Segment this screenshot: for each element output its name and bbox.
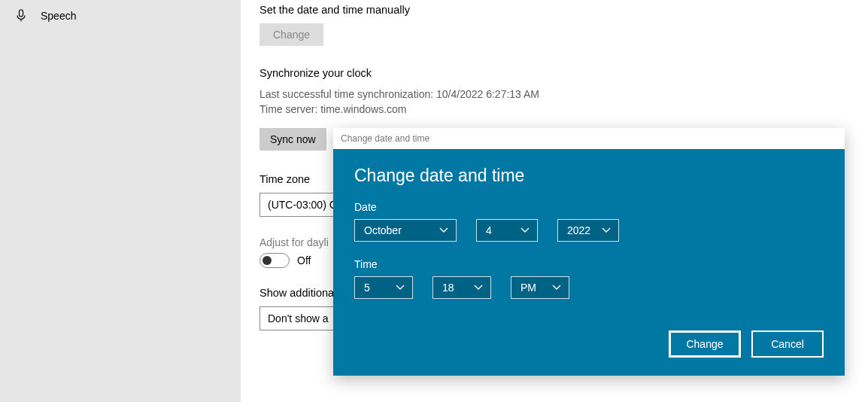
minute-value: 18 <box>442 282 454 294</box>
ampm-value: PM <box>520 282 536 294</box>
day-select[interactable]: 4 <box>476 219 538 242</box>
minute-select[interactable]: 18 <box>432 276 491 299</box>
time-server-text: Time server: time.windows.com <box>259 102 861 117</box>
hour-select[interactable]: 5 <box>354 276 413 299</box>
dialog-body: Change date and time Date October 4 2022 <box>333 149 845 376</box>
ampm-select[interactable]: PM <box>511 276 569 299</box>
chevron-down-icon <box>474 285 483 291</box>
settings-sidebar: Speech <box>0 0 241 402</box>
chevron-down-icon <box>552 285 561 291</box>
sync-title: Synchronize your clock <box>259 67 861 79</box>
dialog-titlebar: Change date and time <box>333 128 845 149</box>
microphone-icon <box>15 9 27 23</box>
dialog-cancel-button[interactable]: Cancel <box>751 330 824 358</box>
chevron-down-icon <box>602 227 611 233</box>
day-value: 4 <box>486 224 492 236</box>
year-select[interactable]: 2022 <box>557 219 619 242</box>
svg-rect-0 <box>20 10 23 17</box>
toggle-knob <box>263 256 272 265</box>
dialog-header: Change date and time <box>354 166 824 186</box>
dialog-change-button[interactable]: Change <box>669 330 741 358</box>
timezone-value: (UTC-03:00) C <box>268 199 337 211</box>
chevron-down-icon <box>396 285 405 291</box>
sidebar-item-speech[interactable]: Speech <box>0 0 241 32</box>
year-value: 2022 <box>567 224 590 236</box>
manual-time-title: Set the date and time manually <box>259 4 861 16</box>
chevron-down-icon <box>520 227 530 233</box>
month-value: October <box>364 224 402 236</box>
hour-value: 5 <box>364 282 370 294</box>
time-label: Time <box>354 258 824 270</box>
date-label: Date <box>354 201 824 213</box>
additional-clocks-value: Don't show a <box>268 312 329 324</box>
change-date-time-dialog: Change date and time Change date and tim… <box>333 128 845 376</box>
dst-toggle[interactable] <box>259 253 290 268</box>
sync-now-button[interactable]: Sync now <box>259 128 326 151</box>
month-select[interactable]: October <box>354 219 457 242</box>
last-sync-text: Last successful time synchronization: 10… <box>259 87 861 102</box>
change-time-button[interactable]: Change <box>259 23 323 46</box>
chevron-down-icon <box>439 227 448 233</box>
dst-state: Off <box>297 254 311 266</box>
sidebar-item-label: Speech <box>41 10 76 22</box>
